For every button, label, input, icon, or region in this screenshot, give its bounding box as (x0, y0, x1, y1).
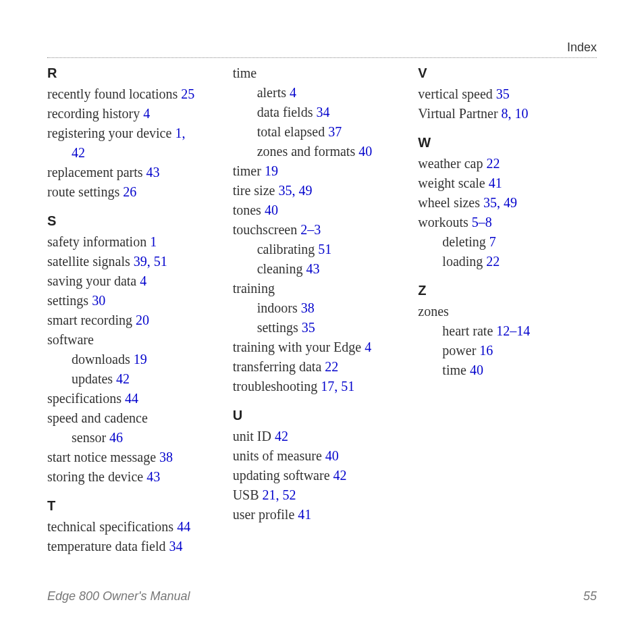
index-entry: safety information 1 (47, 232, 226, 252)
index-entry-label: weather cap (418, 156, 486, 171)
index-page-link[interactable]: 38 (301, 300, 315, 315)
index-page-link[interactable]: 17, 51 (321, 379, 354, 394)
index-page-link[interactable]: 38 (159, 450, 173, 464)
index-entry-label: troubleshooting (233, 379, 321, 394)
index-entry: alerts 4 (233, 83, 412, 103)
index-page-link[interactable]: 41 (489, 176, 502, 190)
index-entry-label: smart recording (47, 313, 136, 327)
index-entry-label: software (47, 332, 94, 347)
index-page-link[interactable]: 25 (181, 86, 194, 101)
index-page-link[interactable]: 7 (489, 234, 496, 249)
index-page: Index Rrecently found locations 25record… (0, 0, 644, 644)
index-page-link[interactable]: 43 (146, 165, 160, 180)
index-entry-label: time (233, 65, 257, 80)
index-entry-label: zones and formats (257, 144, 359, 159)
index-page-link[interactable]: 37 (328, 124, 342, 139)
index-entry: training (233, 279, 412, 298)
index-page-link[interactable]: 34 (316, 105, 329, 119)
footer-manual-title: Edge 800 Owner's Manual (47, 589, 190, 603)
index-page-link[interactable]: 22 (486, 254, 500, 269)
index-entry-label: user profile (233, 507, 298, 522)
index-entry: storing the device 43 (47, 467, 226, 487)
index-entry-label: updating software (233, 468, 333, 483)
index-page-link[interactable]: 40 (325, 448, 339, 463)
index-entry-label: recording history (47, 106, 143, 121)
index-page-link[interactable]: 40 (470, 363, 483, 377)
index-letter-heading: U (233, 406, 412, 425)
index-page-link[interactable]: 1 (150, 234, 157, 249)
index-entry-label: total elapsed (257, 124, 329, 139)
index-page-link[interactable]: 46 (109, 430, 123, 445)
index-page-link[interactable]: 41 (298, 507, 311, 522)
index-page-link[interactable]: 16 (479, 343, 493, 358)
index-entry-label: updates (72, 371, 116, 386)
index-page-link[interactable]: 22 (325, 359, 338, 374)
index-page-link[interactable]: 2–3 (300, 222, 321, 237)
index-entry-label: Virtual Partner (418, 106, 501, 121)
index-page-link[interactable]: 44 (125, 391, 138, 406)
index-entry: transferring data 22 (233, 357, 412, 377)
index-entry: data fields 34 (233, 103, 412, 122)
index-page-link[interactable]: 19 (265, 163, 278, 178)
index-entry-label: touchscreen (233, 222, 301, 237)
index-page-link[interactable]: 43 (306, 261, 319, 276)
index-entry: calibrating 51 (233, 240, 412, 259)
index-page-link[interactable]: 40 (358, 144, 372, 159)
index-entry: updates 42 (47, 369, 226, 389)
index-page-link[interactable]: 30 (92, 293, 105, 308)
index-page-link[interactable]: 8, 10 (502, 106, 529, 121)
index-entry-label: alerts (257, 85, 290, 100)
index-entry-label: technical specifications (47, 519, 177, 534)
index-page-link[interactable]: 40 (265, 203, 278, 217)
index-page-link[interactable]: 42 (333, 468, 347, 483)
index-page-link[interactable]: 35 (302, 320, 315, 335)
index-entry: total elapsed 37 (233, 122, 412, 142)
index-page-link[interactable]: 1, (175, 126, 185, 140)
index-entry-label: training with your Edge (233, 340, 365, 354)
index-page-link[interactable]: 12–14 (496, 323, 530, 338)
index-page-link[interactable]: 4 (365, 340, 371, 354)
index-page-link[interactable]: 4 (143, 106, 150, 121)
index-entry: tire size 35, 49 (233, 181, 412, 200)
index-entry: user profile 41 (233, 505, 412, 525)
page-header: Index (47, 41, 597, 58)
index-letter-heading: S (47, 211, 226, 231)
index-entry: zones and formats 40 (233, 142, 412, 161)
index-column: timealerts 4data fields 34total elapsed … (233, 63, 412, 556)
index-entry-label: power (442, 343, 479, 358)
index-page-link[interactable]: 35 (496, 86, 510, 101)
index-page-link[interactable]: 34 (169, 539, 182, 554)
index-page-link[interactable]: 19 (134, 352, 147, 367)
index-page-link[interactable]: 42 (116, 371, 130, 386)
index-page-link[interactable]: 44 (177, 519, 190, 534)
index-page-link[interactable]: 22 (486, 156, 500, 171)
index-page-link[interactable]: 35, 49 (483, 195, 517, 210)
index-page-link[interactable]: 20 (136, 313, 149, 327)
index-page-link[interactable]: 51 (318, 242, 331, 257)
index-entry-label: heart rate (442, 323, 496, 338)
index-entry: troubleshooting 17, 51 (233, 377, 412, 396)
index-entry: cleaning 43 (233, 259, 412, 279)
index-entry: settings 35 (233, 318, 412, 338)
index-entry: recording history 4 (47, 104, 226, 124)
index-page-link[interactable]: 42 (275, 429, 288, 444)
index-entry-label: time (442, 363, 470, 377)
index-page-link[interactable]: 4 (140, 273, 146, 288)
index-page-link[interactable]: 39, 51 (134, 254, 167, 269)
index-entry: smart recording 20 (47, 311, 226, 330)
index-page-link[interactable]: 21, 52 (263, 487, 296, 502)
index-page-link[interactable]: 26 (123, 184, 136, 199)
index-entry-label: route settings (47, 184, 123, 199)
index-page-link[interactable]: 5–8 (472, 215, 492, 230)
index-entry-label: safety information (47, 234, 150, 249)
index-page-link[interactable]: 42 (72, 145, 85, 160)
index-entry: technical specifications 44 (47, 517, 226, 537)
page-footer: Edge 800 Owner's Manual 55 (47, 589, 597, 603)
index-entry: workouts 5–8 (418, 213, 597, 232)
index-page-link[interactable]: 43 (146, 469, 160, 484)
index-entry-label: replacement parts (47, 165, 146, 180)
index-entry: USB 21, 52 (233, 485, 412, 505)
index-entry-label: start notice message (47, 450, 159, 464)
index-page-link[interactable]: 4 (290, 85, 296, 100)
index-page-link[interactable]: 35, 49 (278, 183, 312, 198)
